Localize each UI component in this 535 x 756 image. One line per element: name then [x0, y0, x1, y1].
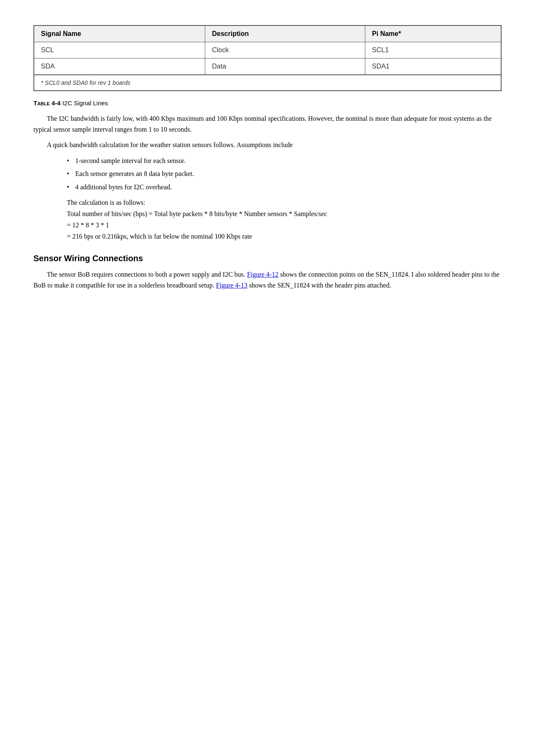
- table-caption: Table 4-4 I2C Signal Lines: [33, 99, 502, 107]
- calculation-block: The calculation is as follows: Total num…: [67, 197, 502, 242]
- figure-4-13-link[interactable]: Figure 4-13: [216, 282, 247, 289]
- section-text-after-link2: shows the SEN_11824 with the header pins…: [247, 282, 391, 289]
- table-header-description: Description: [205, 25, 365, 42]
- paragraph-2-intro: A quick bandwidth calculation for the we…: [33, 140, 502, 150]
- list-item: Each sensor generates an 8 data byte pac…: [67, 168, 502, 179]
- cell-scl-description: Clock: [205, 42, 365, 59]
- calc-line-3: = 216 bps or 0.216kps, which is far belo…: [67, 231, 502, 242]
- section-body-paragraph: The sensor BoB requires connections to b…: [33, 269, 502, 290]
- list-item: 1-second sample interval for each sensor…: [67, 155, 502, 166]
- table-row: SDA Data SDA1: [34, 59, 501, 75]
- calc-intro: The calculation is as follows:: [67, 197, 502, 208]
- list-item: 4 additional bytes for I2C overhead.: [67, 182, 502, 193]
- paragraph-1: The I2C bandwidth is fairly low, with 40…: [33, 113, 502, 135]
- cell-scl-signal: SCL: [34, 42, 205, 59]
- cell-sda-piname: SDA1: [365, 59, 501, 75]
- cell-scl-piname: SCL1: [365, 42, 501, 59]
- calc-line-2: = 12 * 8 * 3 * 1: [67, 219, 502, 231]
- table-row: SCL Clock SCL1: [34, 42, 501, 59]
- table-footnote-row: * SCL0 and SDA0 for rev 1 boards: [34, 75, 501, 91]
- cell-sda-description: Data: [205, 59, 365, 75]
- signal-table: Signal Name Description Pi Name* SCL Clo…: [33, 25, 502, 91]
- table-caption-label: Table 4-4: [33, 99, 61, 107]
- table-footnote-text: * SCL0 and SDA0 for rev 1 boards: [34, 75, 501, 91]
- section-heading: Sensor Wiring Connections: [33, 254, 502, 263]
- figure-4-12-link[interactable]: Figure 4-12: [247, 271, 278, 278]
- table-header-signal: Signal Name: [34, 25, 205, 42]
- table-header-piname: Pi Name*: [365, 25, 501, 42]
- section-text-before-link1: The sensor BoB requires connections to b…: [47, 271, 247, 278]
- cell-sda-signal: SDA: [34, 59, 205, 75]
- calc-line-1: Total number of bits/sec (bps) = Total b…: [67, 208, 502, 219]
- bullet-list: 1-second sample interval for each sensor…: [67, 155, 502, 193]
- table-caption-text: I2C Signal Lines: [61, 99, 108, 107]
